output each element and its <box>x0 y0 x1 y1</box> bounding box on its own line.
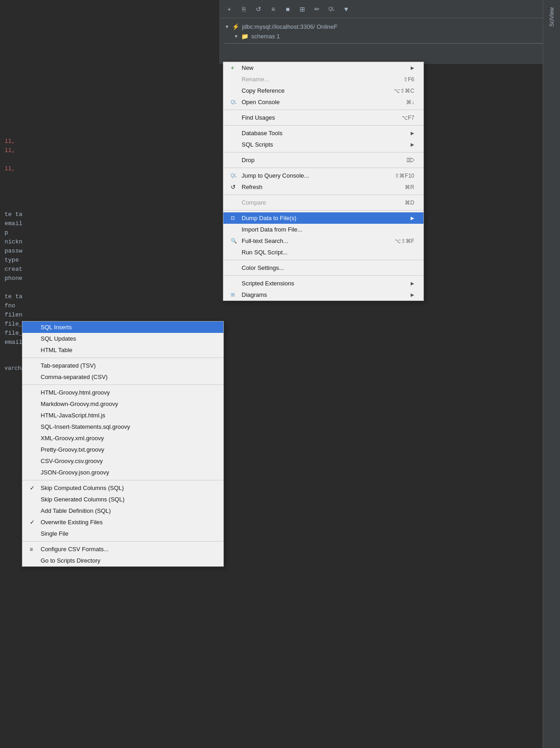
submenu-sql-insert-stmt[interactable]: SQL-Insert-Statements.sql.groovy <box>22 421 223 432</box>
submenu-sql-updates-label: SQL Updates <box>41 335 76 342</box>
submenu-sql-updates[interactable]: SQL Updates <box>22 333 223 344</box>
sub-separator-3 <box>22 480 223 480</box>
rename-shortcut: ⇧F6 <box>403 76 414 83</box>
drop-shortcut: ⌦ <box>407 157 414 163</box>
submenu-go-scripts[interactable]: Go to Scripts Directory <box>22 555 223 566</box>
add-button[interactable]: + <box>223 3 236 16</box>
connection-item[interactable]: ▼ ⚡ jdbc:mysql://localhost:3306/ OnlineF <box>225 22 555 32</box>
menu-item-refresh[interactable]: ↺ Refresh ⌘R <box>223 181 423 193</box>
sub-separator-2 <box>22 385 223 385</box>
separator-1 <box>223 110 423 110</box>
submenu-tsv[interactable]: Tab-separated (TSV) <box>22 360 223 371</box>
menu-item-drop[interactable]: Drop ⌦ <box>223 154 423 166</box>
dropdown-button[interactable]: ▼ <box>340 3 353 16</box>
submenu-configure-csv[interactable]: ≡ Configure CSV Formats... <box>22 543 223 555</box>
submenu-single-file[interactable]: Single File <box>22 528 223 539</box>
stop-button[interactable]: ■ <box>281 3 294 16</box>
db-tree: ▼ ⚡ jdbc:mysql://localhost:3306/ OnlineF… <box>219 18 560 50</box>
menu-item-jump-console[interactable]: QL Jump to Query Console... ⇧⌘F10 <box>223 170 423 181</box>
sub-separator-4 <box>22 541 223 542</box>
console-shortcut: ⌘↓ <box>406 99 414 105</box>
menu-diagrams-label: Diagrams <box>242 291 267 298</box>
separator-5 <box>223 195 423 195</box>
copy-button[interactable]: ⎘ <box>238 3 250 16</box>
menu-item-import[interactable]: Import Data from File... <box>223 224 423 235</box>
submenu-skip-generated[interactable]: Skip Generated Columns (SQL) <box>22 494 223 505</box>
plus-icon: + <box>231 64 240 71</box>
dump-arrow: ▶ <box>411 216 414 221</box>
table-button[interactable]: ⊞ <box>296 3 309 16</box>
menu-item-find-usages[interactable]: Find Usages ⌥F7 <box>223 112 423 123</box>
menu-item-db-tools[interactable]: Database Tools ▶ <box>223 127 423 139</box>
table-item[interactable] <box>225 43 555 47</box>
submenu-html-table[interactable]: HTML Table <box>22 344 223 356</box>
menu-item-dump-data[interactable]: ⊡ Dump Data to File(s) ▶ <box>223 212 423 224</box>
menu-item-new[interactable]: + New ▶ <box>223 62 423 74</box>
db-toolbar: + ⎘ ↺ ≡ ■ ⊞ ✏ QL ▼ <box>219 0 560 18</box>
submenu-html-groovy[interactable]: HTML-Groovy.html.groovy <box>22 387 223 398</box>
main-context-menu: + New ▶ Rename... ⇧F6 Copy Reference ⌥⇧⌘… <box>223 62 424 301</box>
submenu-pretty-groovy-label: Pretty-Groovy.txt.groovy <box>41 446 104 453</box>
submenu-json-groovy[interactable]: JSON-Groovy.json.groovy <box>22 467 223 478</box>
edit-button[interactable]: ✏ <box>311 3 323 16</box>
db-tools-arrow: ▶ <box>411 131 414 136</box>
submenu-overwrite[interactable]: ✓ Overwrite Existing Files <box>22 516 223 528</box>
jump-shortcut: ⇧⌘F10 <box>395 173 414 179</box>
menu-compare-label: Compare <box>242 199 266 206</box>
menu-color-label: Color Settings... <box>242 264 284 271</box>
configure-csv-icon: ≡ <box>30 546 39 553</box>
menu-drop-label: Drop <box>242 157 254 163</box>
submenu-csv[interactable]: Comma-separated (CSV) <box>22 371 223 383</box>
menu-item-color-settings[interactable]: Color Settings... <box>223 262 423 274</box>
submenu-xml-groovy[interactable]: XML-Groovy.xml.groovy <box>22 432 223 444</box>
refresh-button[interactable]: ↺ <box>252 3 265 16</box>
submenu-add-table-def[interactable]: Add Table Definition (SQL) <box>22 505 223 516</box>
jump-icon: QL <box>231 173 240 178</box>
schemas-label: schemas 1 <box>251 33 280 40</box>
menu-item-copy-reference[interactable]: Copy Reference ⌥⇧⌘C <box>223 85 423 96</box>
sci-view-panel: SciView <box>543 0 560 748</box>
submenu-html-js[interactable]: HTML-JavaScript.html.js <box>22 410 223 421</box>
submenu-sql-inserts[interactable]: SQL Inserts <box>22 321 223 333</box>
skip-computed-check: ✓ <box>30 485 39 491</box>
menu-fulltext-label: Full-text Search... <box>242 237 288 244</box>
menu-run-sql-label: Run SQL Script... <box>242 249 288 256</box>
submenu-pretty-groovy[interactable]: Pretty-Groovy.txt.groovy <box>22 444 223 455</box>
database-panel: + ⎘ ↺ ≡ ■ ⊞ ✏ QL ▼ ▼ ⚡ jdbc:mysql://loca… <box>219 0 560 64</box>
menu-item-fulltext[interactable]: 🔍 Full-text Search... ⌥⇧⌘F <box>223 235 423 247</box>
submenu-tsv-label: Tab-separated (TSV) <box>41 362 96 369</box>
menu-sql-scripts-label: SQL Scripts <box>242 141 273 148</box>
schemas-item[interactable]: ▼ 📁 schemas 1 <box>225 32 555 41</box>
menu-item-diagrams[interactable]: ⊞ Diagrams ▶ <box>223 289 423 300</box>
sql-scripts-arrow: ▶ <box>411 142 414 147</box>
submenu-sql-inserts-label: SQL Inserts <box>41 324 72 331</box>
separator-8 <box>223 275 423 276</box>
fulltext-shortcut: ⌥⇧⌘F <box>395 238 414 244</box>
arrow-right-icon: ▶ <box>411 65 414 70</box>
menu-item-open-console[interactable]: QL Open Console ⌘↓ <box>223 96 423 108</box>
filter-button[interactable]: ≡ <box>267 3 280 16</box>
submenu-md-groovy-label: Markdown-Groovy.md.groovy <box>41 400 118 407</box>
menu-item-rename[interactable]: Rename... ⇧F6 <box>223 74 423 85</box>
menu-db-tools-label: Database Tools <box>242 130 282 137</box>
refresh-icon: ↺ <box>231 184 240 190</box>
menu-item-scripted-ext[interactable]: Scripted Extensions ▶ <box>223 278 423 289</box>
menu-copy-ref-label: Copy Reference <box>242 87 285 94</box>
menu-console-label: Open Console <box>242 99 280 105</box>
separator-7 <box>223 260 423 260</box>
diagrams-icon: ⊞ <box>231 292 240 298</box>
submenu-skip-generated-label: Skip Generated Columns (SQL) <box>41 496 125 503</box>
menu-scripted-label: Scripted Extensions <box>242 280 294 287</box>
submenu-overwrite-label: Overwrite Existing Files <box>41 519 103 526</box>
sql-button[interactable]: QL <box>325 3 338 16</box>
menu-item-sql-scripts[interactable]: SQL Scripts ▶ <box>223 139 423 150</box>
submenu-csv-groovy-label: CSV-Groovy.csv.groovy <box>41 458 103 464</box>
connection-label: jdbc:mysql://localhost:3306/ OnlineF <box>242 23 338 30</box>
submenu-markdown-groovy[interactable]: Markdown-Groovy.md.groovy <box>22 398 223 410</box>
submenu-configure-csv-label: Configure CSV Formats... <box>41 546 109 553</box>
submenu-xml-groovy-label: XML-Groovy.xml.groovy <box>41 435 104 442</box>
submenu-csv-groovy[interactable]: CSV-Groovy.csv.groovy <box>22 455 223 467</box>
menu-item-run-sql[interactable]: Run SQL Script... <box>223 247 423 258</box>
submenu-skip-computed[interactable]: ✓ Skip Computed Columns (SQL) <box>22 482 223 494</box>
menu-item-compare[interactable]: Compare ⌘D <box>223 197 423 208</box>
